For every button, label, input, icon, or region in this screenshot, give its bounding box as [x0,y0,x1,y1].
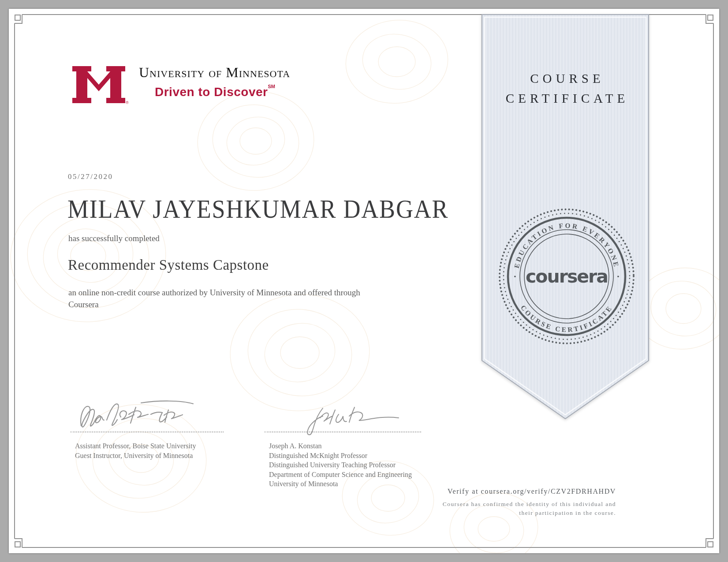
certificate-page: ® University of Minnesota Driven to Disc… [9,9,719,553]
verify-confirmation: Coursera has confirmed the identity of t… [443,500,616,517]
seal-separator-right: · [616,271,620,282]
verify-url: Verify at coursera.org/verify/CZV2FDRHAH… [443,488,616,495]
seal-separator-left: · [513,271,516,282]
certificate-screenshot: ® University of Minnesota Driven to Disc… [0,0,728,562]
ribbon-title: COURSE CERTIFICATE [482,69,649,108]
coursera-wordmark: coursera [526,266,608,287]
verification-block: Verify at coursera.org/verify/CZV2FDRHAH… [443,488,616,517]
